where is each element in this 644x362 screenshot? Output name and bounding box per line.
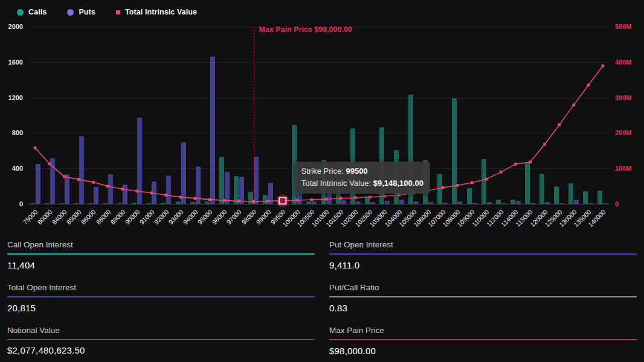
y-axis-left-label: 1600 <box>0 59 23 66</box>
y-axis-right-label: 200M <box>615 129 632 136</box>
stat-value: $98,000.00 <box>329 346 637 356</box>
y-axis-right-label: 300M <box>615 94 632 101</box>
stat-put-call-ratio: Put/Call Ratio 0.83 <box>329 283 637 313</box>
stat-value: $2,077,480,623.50 <box>7 345 315 355</box>
stats-panel: Call Open Interest 11,404 Put Open Inter… <box>0 235 644 356</box>
stat-label: Put Open Interest <box>329 240 637 249</box>
stat-value: 0.83 <box>329 303 637 313</box>
y-axis-left-label: 0 <box>0 200 23 208</box>
open-interest-chart[interactable]: Max Pain Price $98,000.00 04008001200160… <box>0 0 644 238</box>
stat-value: 9,411.0 <box>329 260 637 270</box>
stat-label: Max Pain Price <box>329 326 637 335</box>
options-open-interest-dashboard: Calls Puts Total Intrinsic Value Max Pai… <box>0 0 644 362</box>
y-axis-left-label: 2000 <box>0 23 23 30</box>
stat-divider <box>329 253 637 255</box>
y-axis-right-label: 100M <box>615 165 632 172</box>
stat-value: 20,815 <box>7 303 315 313</box>
tooltip-tiv-label: Total Intrinsic Value: <box>301 179 373 188</box>
y-axis-right-label: 500M <box>615 23 632 30</box>
stat-label: Notional Value <box>7 326 315 335</box>
stat-label: Call Open Interest <box>7 240 315 249</box>
stat-divider <box>329 296 637 297</box>
stat-divider <box>7 296 315 297</box>
highlighted-point-99500 <box>279 197 286 204</box>
stat-divider <box>7 253 315 255</box>
y-axis-right-label: 400M <box>615 59 632 66</box>
stat-call-open-interest: Call Open Interest 11,404 <box>7 240 315 270</box>
tooltip-strike-label: Strike Price: <box>301 167 346 176</box>
chart-tooltip: Strike Price: 99500 Total Intrinsic Valu… <box>295 162 430 194</box>
stat-value: 11,404 <box>7 260 315 270</box>
y-axis-left-label: 800 <box>0 129 23 136</box>
y-axis-left-label: 1200 <box>0 94 23 101</box>
y-axis-right-label: 0 <box>615 200 619 208</box>
tooltip-tiv-value: $9,148,100.00 <box>373 179 423 188</box>
stat-divider <box>329 339 637 340</box>
stat-max-pain-price: Max Pain Price $98,000.00 <box>329 326 637 356</box>
stat-put-open-interest: Put Open Interest 9,411.0 <box>329 240 637 270</box>
stat-total-open-interest: Total Open Interest 20,815 <box>7 283 315 313</box>
stat-label: Put/Call Ratio <box>329 283 637 292</box>
stat-label: Total Open Interest <box>7 283 315 292</box>
stat-divider <box>7 339 315 340</box>
tooltip-strike-value: 99500 <box>346 167 367 176</box>
y-axis-left-label: 400 <box>0 165 23 172</box>
stat-notional-value: Notional Value $2,077,480,623.50 <box>7 326 315 356</box>
intrinsic-value-line <box>0 0 644 238</box>
